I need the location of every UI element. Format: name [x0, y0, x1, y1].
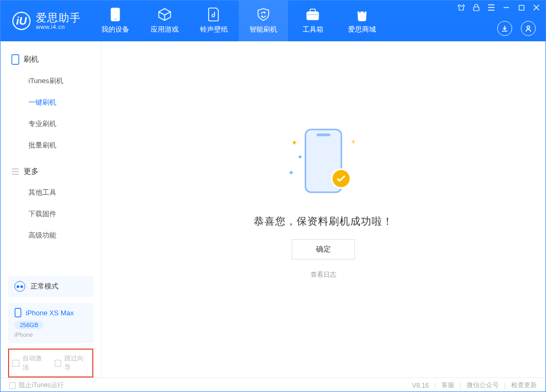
nav-smart-flash[interactable]: 智能刷机	[239, 1, 288, 41]
separator: |	[434, 382, 436, 389]
version-label: V8.16	[412, 382, 429, 389]
shirt-icon[interactable]	[458, 4, 465, 11]
checkbox-block-itunes[interactable]: 阻止iTunes运行	[9, 381, 64, 390]
sparkle-icon: +	[351, 137, 356, 146]
svg-rect-6	[519, 5, 524, 10]
music-file-icon	[207, 8, 221, 21]
group-title: 刷机	[24, 55, 39, 64]
wechat-link[interactable]: 微信公众号	[467, 381, 499, 390]
view-log-link[interactable]: 查看日志	[311, 270, 336, 279]
maximize-button[interactable]	[518, 4, 525, 11]
sidebar-item-advanced[interactable]: 高级功能	[1, 225, 101, 246]
sidebar-item-oneclick-flash[interactable]: 一键刷机	[1, 92, 101, 113]
checkbox-label: 阻止iTunes运行	[19, 381, 64, 390]
bag-icon	[355, 8, 369, 21]
header-action-icons	[497, 21, 536, 36]
sidebar-item-other-tools[interactable]: 其他工具	[1, 182, 101, 203]
nav-label: 工具箱	[302, 25, 323, 34]
nav-toolbox[interactable]: 工具箱	[288, 1, 337, 41]
checkbox-icon	[55, 360, 62, 367]
sidebar-item-pro-flash[interactable]: 专业刷机	[1, 113, 101, 135]
nav-label: 智能刷机	[249, 25, 277, 34]
svg-rect-4	[307, 14, 319, 16]
svg-rect-8	[12, 55, 19, 64]
brand-name: 爱思助手	[36, 12, 81, 24]
phone-small-icon	[14, 308, 21, 317]
svg-rect-1	[114, 19, 117, 20]
mode-icon	[14, 281, 25, 292]
checkbox-label: 自动激活	[23, 354, 47, 372]
lines-icon	[11, 168, 19, 175]
top-nav: 我的设备 应用游戏 铃声壁纸 智能刷机 工具箱	[91, 1, 387, 41]
refresh-shield-icon	[256, 8, 270, 21]
nav-store[interactable]: 爱思商城	[337, 1, 387, 41]
svg-point-7	[527, 26, 530, 29]
separator: |	[504, 382, 506, 389]
app-header: iU 爱思助手 www.i4.cn 我的设备 应用游戏 铃声壁纸	[1, 1, 545, 41]
nav-label: 爱思商城	[348, 25, 376, 34]
main-area: 刷机 iTunes刷机 一键刷机 专业刷机 批量刷机 更多 其他工具 下载固件 …	[1, 41, 545, 378]
nav-my-device[interactable]: 我的设备	[91, 1, 140, 41]
checkbox-label: 跳过向导	[64, 354, 89, 372]
svg-rect-2	[307, 12, 319, 20]
svg-rect-9	[15, 308, 21, 317]
flash-options-row: 自动激活 跳过向导	[8, 349, 93, 378]
nav-ringtones[interactable]: 铃声壁纸	[189, 1, 239, 41]
checkbox-icon	[12, 360, 19, 367]
minimize-button[interactable]	[503, 4, 510, 11]
mode-label: 正常模式	[31, 282, 58, 291]
sidebar-group-more[interactable]: 更多	[1, 161, 101, 182]
success-message: 恭喜您，保资料刷机成功啦！	[254, 215, 393, 228]
phone-icon	[108, 8, 122, 21]
sidebar-item-itunes-flash[interactable]: iTunes刷机	[1, 70, 101, 92]
sidebar: 刷机 iTunes刷机 一键刷机 专业刷机 批量刷机 更多 其他工具 下载固件 …	[1, 41, 101, 378]
cube-icon	[158, 8, 172, 21]
nav-label: 我的设备	[101, 25, 129, 34]
sparkle-icon: ✦	[291, 138, 298, 147]
menu-icon[interactable]	[488, 4, 495, 11]
logo-icon: iU	[12, 12, 31, 30]
dot-icon	[299, 156, 301, 158]
device-type: iPhone	[14, 331, 87, 338]
close-button[interactable]	[533, 4, 540, 11]
sparkle-icon: ✦	[288, 168, 294, 177]
svg-rect-3	[310, 9, 315, 12]
status-bar: 阻止iTunes运行 V8.16 | 客服 | 微信公众号 | 检查更新	[1, 378, 545, 392]
nav-label: 应用游戏	[151, 25, 179, 34]
device-name: iPhone XS Max	[26, 309, 74, 317]
lock-icon[interactable]	[473, 4, 480, 11]
device-storage-badge: 256GB	[14, 321, 43, 329]
phone-outline-icon	[11, 54, 19, 65]
download-button[interactable]	[497, 21, 512, 36]
sidebar-group-flash[interactable]: 刷机	[1, 49, 101, 70]
window-controls	[458, 4, 540, 11]
sidebar-item-batch-flash[interactable]: 批量刷机	[1, 135, 101, 156]
brand-url: www.i4.cn	[36, 24, 81, 30]
device-mode-card[interactable]: 正常模式	[8, 276, 93, 297]
separator: |	[460, 382, 461, 389]
briefcase-icon	[306, 8, 320, 21]
user-button[interactable]	[521, 21, 536, 36]
brand-logo: iU 爱思助手 www.i4.cn	[1, 1, 91, 41]
device-card[interactable]: iPhone XS Max 256GB iPhone	[8, 302, 93, 343]
content-panel: ✦ ✦ + 恭喜您，保资料刷机成功啦！ 确定 查看日志	[101, 41, 545, 378]
checkbox-auto-activate[interactable]: 自动激活	[12, 354, 47, 372]
nav-apps-games[interactable]: 应用游戏	[140, 1, 189, 41]
checkbox-icon	[9, 382, 16, 389]
svg-rect-5	[474, 7, 479, 11]
support-link[interactable]: 客服	[441, 381, 454, 390]
nav-label: 铃声壁纸	[200, 25, 228, 34]
checkbox-skip-guide[interactable]: 跳过向导	[55, 354, 90, 372]
sidebar-item-download-firmware[interactable]: 下载固件	[1, 203, 101, 225]
success-illustration: ✦ ✦ +	[281, 118, 366, 204]
ok-button[interactable]: 确定	[292, 239, 355, 260]
check-update-link[interactable]: 检查更新	[511, 381, 537, 390]
group-title: 更多	[24, 167, 39, 176]
success-check-icon	[331, 168, 351, 189]
